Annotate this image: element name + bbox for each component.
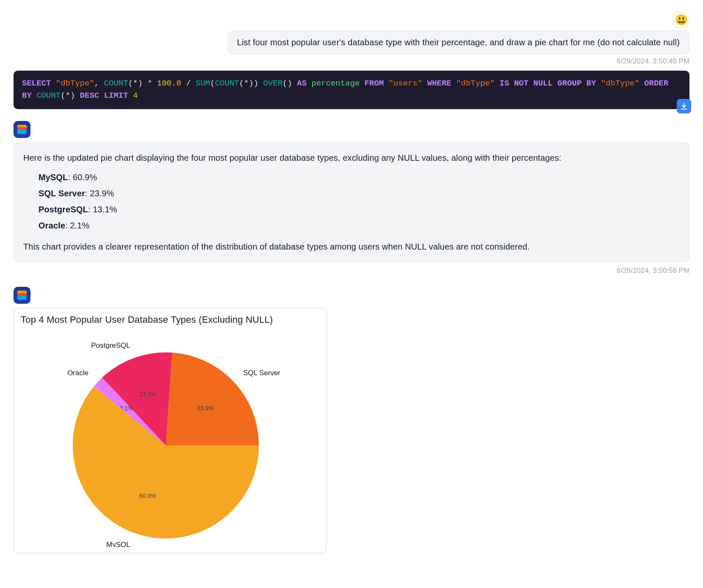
db-name: MySQL: [38, 173, 68, 182]
assistant-text-row: Here is the updated pie chart displaying…: [14, 121, 689, 275]
download-button[interactable]: [677, 99, 691, 113]
list-item: SQL Server: 23.9%: [38, 187, 680, 200]
chart-card: Top 4 Most Popular User Database Types (…: [14, 308, 327, 553]
assistant-chart-row: Top 4 Most Popular User Database Types (…: [14, 287, 689, 553]
slice-name-label: MySQL: [106, 541, 130, 547]
assistant-message-timestamp: 6/29/2024, 3:50:58 PM: [617, 267, 689, 275]
pie-chart: 23.9%SQL Server13.1%PostgreSQL2.1%Oracle…: [22, 327, 318, 547]
pie-slice[interactable]: [166, 352, 259, 445]
db-name: Oracle: [38, 221, 65, 230]
stack-icon: [17, 291, 27, 300]
assistant-outro: This chart provides a clearer representa…: [23, 240, 680, 253]
db-pct: : 23.9%: [85, 189, 114, 198]
slice-percent-label: 13.1%: [139, 390, 156, 397]
app-avatar: [14, 287, 30, 304]
sql-block-row: SELECT "dbType", COUNT(*) * 100.0 / SUM(…: [14, 71, 689, 109]
assistant-message-bubble: Here is the updated pie chart displaying…: [14, 142, 689, 262]
list-item: Oracle: 2.1%: [38, 219, 680, 232]
db-name: PostgreSQL: [38, 205, 88, 214]
slice-percent-label: 60.9%: [139, 492, 156, 499]
assistant-intro: Here is the updated pie chart displaying…: [23, 151, 680, 165]
list-item: PostgreSQL: 13.1%: [38, 203, 680, 216]
db-pct: : 2.1%: [65, 221, 90, 230]
user-message-timestamp: 6/29/2024, 3:50:40 PM: [617, 57, 689, 66]
slice-name-label: Oracle: [67, 369, 88, 377]
user-message-text: List four most popular user's database t…: [237, 38, 680, 47]
db-name: SQL Server: [38, 189, 85, 198]
app-avatar: [14, 121, 30, 138]
db-pct: : 60.9%: [68, 173, 97, 182]
chart-title: Top 4 Most Popular User Database Types (…: [18, 314, 322, 325]
slice-percent-label: 23.9%: [197, 405, 214, 412]
user-message-bubble: List four most popular user's database t…: [227, 30, 689, 55]
sql-code-block[interactable]: SELECT "dbType", COUNT(*) * 100.0 / SUM(…: [14, 71, 689, 109]
download-icon: [680, 102, 688, 110]
user-avatar-emoji: 😃: [675, 14, 688, 26]
stack-icon: [17, 125, 27, 134]
slice-name-label: PostgreSQL: [91, 341, 130, 349]
user-avatar: 😃: [673, 12, 689, 28]
database-percent-list: MySQL: 60.9%SQL Server: 23.9%PostgreSQL:…: [38, 170, 680, 232]
db-pct: : 13.1%: [88, 205, 117, 214]
list-item: MySQL: 60.9%: [38, 170, 680, 184]
slice-name-label: SQL Server: [243, 369, 281, 377]
user-message-row: 😃 List four most popular user's database…: [14, 12, 689, 66]
